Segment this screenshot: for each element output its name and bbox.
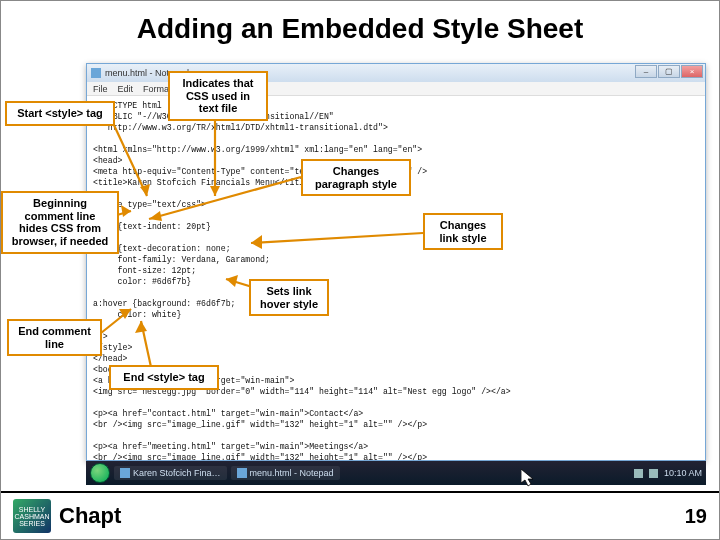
notepad-taskbar-icon <box>237 468 247 478</box>
callout-start-style: Start <style> tag <box>5 101 115 126</box>
tray-icon <box>634 469 643 478</box>
callout-end-style: End <style> tag <box>109 365 219 390</box>
callout-paragraph: Changes paragraph style <box>301 159 411 196</box>
taskbar-item-notepad[interactable]: menu.html - Notepad <box>231 466 340 480</box>
close-button[interactable]: × <box>681 65 703 78</box>
menu-edit[interactable]: Edit <box>118 84 134 94</box>
callout-indicates: Indicates that CSS used in text file <box>168 71 268 121</box>
svg-marker-16 <box>521 469 533 486</box>
page-number: 19 <box>685 505 707 528</box>
start-button[interactable] <box>90 463 110 483</box>
volume-icon <box>649 469 658 478</box>
callout-link-style: Changes link style <box>423 213 503 250</box>
logo-text: SHELLY CASHMAN SERIES <box>15 506 50 527</box>
callout-hover: Sets link hover style <box>249 279 329 316</box>
browser-icon <box>120 468 130 478</box>
taskbar-item-label: Karen Stofcich Fina… <box>133 468 221 478</box>
maximize-button[interactable]: ▢ <box>658 65 680 78</box>
notepad-icon <box>91 68 101 78</box>
code-area[interactable]: <!DOCTYPE html PUBLIC "-//W3C//DTD XHTML… <box>87 96 705 460</box>
clock: 10:10 AM <box>664 468 702 478</box>
menu-file[interactable]: File <box>93 84 108 94</box>
system-tray: 10:10 AM <box>634 468 702 478</box>
taskbar-item-browser[interactable]: Karen Stofcich Fina… <box>114 466 227 480</box>
callout-comment-begin: Beginning comment line hides CSS from br… <box>1 191 119 254</box>
window-controls: – ▢ × <box>635 65 703 78</box>
slide: Adding an Embedded Style Sheet menu.html… <box>0 0 720 540</box>
taskbar: Karen Stofcich Fina… menu.html - Notepad… <box>86 461 706 485</box>
callout-end-comment: End comment line <box>7 319 102 356</box>
taskbar-item-label: menu.html - Notepad <box>250 468 334 478</box>
slide-title: Adding an Embedded Style Sheet <box>1 1 719 51</box>
footer: SHELLY CASHMAN SERIES Chapt 19 <box>1 491 719 539</box>
minimize-button[interactable]: – <box>635 65 657 78</box>
series-logo: SHELLY CASHMAN SERIES <box>13 499 51 533</box>
notepad-window: menu.html - Notepad – ▢ × File Edit Form… <box>86 63 706 461</box>
chapter-label: Chapt <box>59 503 121 529</box>
